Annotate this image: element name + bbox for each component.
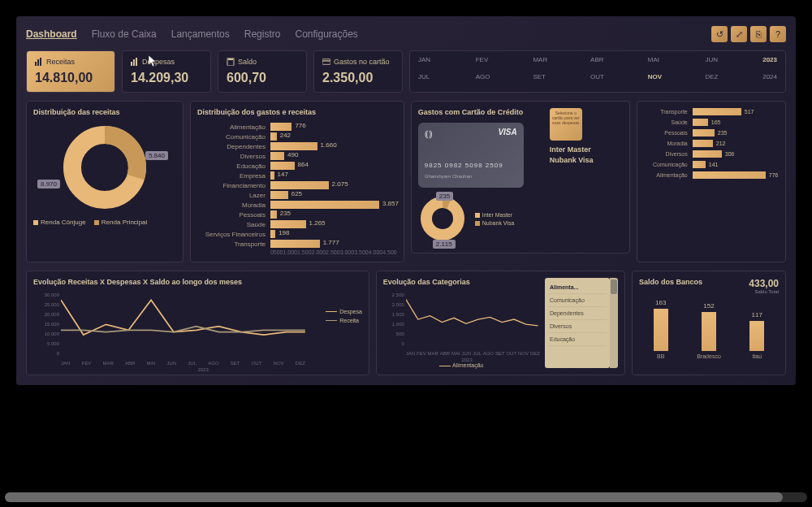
bar-value: 2.075 <box>329 180 348 188</box>
hbar-value: 517 <box>741 109 754 115</box>
select-card-button[interactable]: Selecione o cartão para ver suas despesa… <box>550 108 582 141</box>
cat-comunicacao[interactable]: Comunicação <box>548 294 607 307</box>
stat-value: 600,70 <box>227 71 298 85</box>
visa-logo-icon: VISA <box>498 128 516 136</box>
month-nov[interactable]: NOV <box>648 73 689 87</box>
stat-value: 2.350,00 <box>322 71 394 85</box>
category-bars-panel: Transporte 517Saúde 165Pessoais 235Morad… <box>637 101 786 262</box>
bank-bar-value: 152 <box>703 302 714 310</box>
bar-label: Financiamento <box>197 182 270 189</box>
line-2-year: 2023 <box>461 358 472 362</box>
bank-bar-value: 163 <box>655 299 666 306</box>
bar-label: Comunicação <box>197 133 270 141</box>
donut-value-1: 5.840 <box>145 151 168 160</box>
credit-donut-value-1: 235 <box>436 192 453 201</box>
calculator-icon <box>227 58 235 66</box>
stat-receitas: Receitas 14.810,00 <box>26 50 115 93</box>
bar-row: Alimentação 776 <box>197 123 397 131</box>
bar-row: Transporte 1.777 <box>197 240 397 248</box>
charts-row: Distribuição das receitas 5.840 8.970 Re… <box>26 101 786 262</box>
bar-value: 242 <box>277 132 291 139</box>
hbar-value: 165 <box>708 119 721 125</box>
hbar-label: Diversos <box>644 151 693 157</box>
stat-label-text: Receitas <box>46 58 75 66</box>
nav-config[interactable]: Configurações <box>295 28 357 40</box>
bar-label: Moradia <box>197 202 270 209</box>
month-jul[interactable]: JUL <box>418 73 460 87</box>
bar-chart-panel: Distribuição dos gastos e receitas Alime… <box>190 101 404 262</box>
month-out[interactable]: OUT <box>590 73 632 87</box>
bar-row: Comunicação 242 <box>197 132 397 141</box>
bar-row: Serviços Financeiros 198 <box>197 230 397 238</box>
cat-alimentacao[interactable]: Alimenta... <box>548 281 607 294</box>
card-number: 9825 0982 5098 2509 <box>425 162 517 169</box>
credit-card-visual: ⸨⸩ VISA 9825 0982 5098 2509 Ghanshyam Ch… <box>418 123 524 188</box>
nav-fluxo[interactable]: Fluxo de Caixa <box>92 28 157 40</box>
category-list: Alimenta... Comunicação Dependentes Dive… <box>545 278 610 368</box>
category-evolution-panel: Evolução das Categorias 2.5002.0001.5001… <box>376 271 625 375</box>
category-scrollbar[interactable] <box>610 278 618 368</box>
bar-label: Serviços Financeiros <box>197 231 270 238</box>
hbar-label: Moradia <box>644 141 693 146</box>
hbar-value: 776 <box>766 172 779 178</box>
toolbar: ↺ ⤢ ⎘ ? <box>711 26 786 42</box>
month-set[interactable]: SET <box>533 73 574 87</box>
bar-label: Empresa <box>197 172 270 180</box>
svg-rect-9 <box>322 60 330 61</box>
bank-bar-label: Bradesco <box>697 353 721 359</box>
bars-icon <box>35 58 43 66</box>
month-ago[interactable]: AGO <box>476 73 517 87</box>
bar-row: Saúde 1.265 <box>197 220 397 228</box>
bar-label: Saúde <box>197 221 270 228</box>
month-abr[interactable]: ABR <box>590 56 632 70</box>
stat-value: 14.810,00 <box>35 71 106 85</box>
bar-value: 1.660 <box>317 141 337 149</box>
month-jun[interactable]: JUN <box>706 56 747 70</box>
cat-dependentes[interactable]: Dependentes <box>548 307 607 320</box>
help-button[interactable]: ? <box>770 26 786 42</box>
scroll-thumb[interactable] <box>611 280 617 294</box>
legend-conjuge: Renda Cônjuge <box>41 219 86 226</box>
bar-row: Dependentes 1.660 <box>197 142 397 150</box>
card-option-nubank[interactable]: Nubank Visa <box>550 156 623 164</box>
bar-row: Financiamento 2.075 <box>197 181 397 189</box>
year-2024[interactable]: 2024 <box>762 73 777 87</box>
bar-row: Diversos 490 <box>197 152 397 160</box>
cat-educacao[interactable]: Educação <box>548 333 607 346</box>
month-fev[interactable]: FEV <box>476 56 517 70</box>
month-dez[interactable]: DEZ <box>706 73 747 87</box>
bar-value: 1.777 <box>320 239 339 246</box>
fullscreen-button[interactable]: ⤢ <box>731 26 747 42</box>
bar-row: Lazer 625 <box>197 191 397 199</box>
export-button[interactable]: ⎘ <box>750 26 767 42</box>
bar-label: Pessoais <box>197 211 270 219</box>
nav-registro[interactable]: Registro <box>244 28 281 40</box>
hbar-row: Moradia 212 <box>644 140 779 147</box>
legend-nubank: Nubank Visa <box>482 220 515 226</box>
credit-card-panel: Gastos com Cartão de Crédito ⸨⸩ VISA 982… <box>411 101 630 254</box>
stat-saldo: Saldo 600,70 <box>218 50 307 93</box>
month-jan[interactable]: JAN <box>418 56 460 70</box>
card-option-inter[interactable]: Inter Master <box>550 145 623 154</box>
bar-chart-axis: 05001.0001.5002.0002.5003.0003.5004.0004… <box>270 249 397 255</box>
bank-total-value: 433,00 <box>749 278 779 289</box>
month-mar[interactable]: MAR <box>533 56 574 70</box>
category-bars-chart: Transporte 517Saúde 165Pessoais 235Morad… <box>644 108 779 179</box>
bar-row: Educação 864 <box>197 162 397 170</box>
bar-label: Diversos <box>197 153 270 160</box>
bottom-row: Evolução Receitas X Despesas X Saldo ao … <box>26 271 786 375</box>
stat-label-text: Despesas <box>142 58 175 66</box>
refresh-button[interactable]: ↺ <box>711 26 728 42</box>
month-mai[interactable]: MAI <box>648 56 689 70</box>
cat-diversos[interactable]: Diversos <box>548 320 607 333</box>
svg-rect-0 <box>35 62 37 66</box>
svg-rect-3 <box>131 62 132 66</box>
month-picker: JAN FEV MAR ABR MAI JUN 2023 JUL AGO SET… <box>409 50 786 93</box>
year-2023[interactable]: 2023 <box>762 56 777 70</box>
nav-lancamentos[interactable]: Lançamentos <box>171 28 230 40</box>
stats-row: Receitas 14.810,00 Despesas 14.209,30 Sa… <box>26 50 786 93</box>
nav-dashboard[interactable]: Dashboard <box>26 28 77 40</box>
donut-value-2: 8.970 <box>37 180 60 188</box>
panel-title: Saldo dos Bancos <box>639 278 702 286</box>
evolution-line-panel: Evolução Receitas X Despesas X Saldo ao … <box>26 271 369 375</box>
